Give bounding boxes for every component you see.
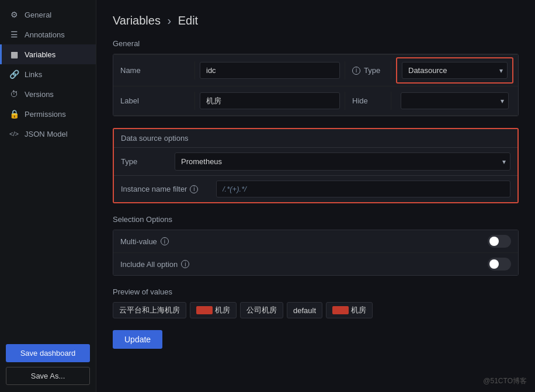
preview-items: 云平台和上海机房 机房 公司机房 default 机房 bbox=[113, 302, 519, 318]
type-select-wrapper: Datasource Query Custom Constant Interva… bbox=[396, 57, 513, 84]
general-icon: ⚙ bbox=[9, 10, 19, 19]
sidebar-item-label: Variables bbox=[25, 50, 55, 59]
sidebar-item-annotations[interactable]: ☰ Annotations bbox=[0, 25, 96, 44]
preview-tag-1: 云平台和上海机房 bbox=[113, 302, 186, 318]
sidebar: ⚙ General ☰ Annotations ▦ Variables 🔗 Li… bbox=[0, 0, 96, 392]
datasource-section-header: Data source options bbox=[114, 129, 517, 148]
redacted-1 bbox=[196, 306, 213, 314]
type-label-cell: i Type bbox=[345, 61, 391, 79]
preview-tag-3: 公司机房 bbox=[240, 302, 283, 318]
preview-tag-2: 机房 bbox=[190, 302, 237, 318]
general-section-label: General bbox=[113, 39, 519, 48]
hide-select-wrapper: Label Variable bbox=[396, 89, 513, 113]
name-label: Name bbox=[113, 61, 195, 79]
hide-label-cell: Hide bbox=[345, 92, 391, 110]
multi-value-label: Multi-value i bbox=[120, 237, 483, 246]
preview-tag-4: default bbox=[287, 302, 322, 318]
preview-label: Preview of values bbox=[113, 287, 519, 296]
type-select-container: Datasource Query Custom Constant Interva… bbox=[402, 62, 508, 79]
sidebar-buttons: Save dashboard Save As... bbox=[0, 337, 96, 392]
sidebar-item-general[interactable]: ⚙ General bbox=[0, 5, 96, 25]
sidebar-item-label: General bbox=[25, 11, 51, 19]
name-input[interactable] bbox=[200, 62, 340, 79]
update-button[interactable]: Update bbox=[113, 330, 162, 349]
selection-section: Selection Options Multi-value i Include … bbox=[113, 215, 519, 276]
page-title: Variables › Edit bbox=[113, 14, 519, 27]
sidebar-item-label: Versions bbox=[25, 90, 54, 99]
hide-select-container: Label Variable bbox=[401, 92, 509, 109]
ds-type-select-wrap: Prometheus Graphite InfluxDB MySQL Postg… bbox=[175, 152, 510, 171]
sidebar-item-label: Permissions bbox=[25, 110, 66, 119]
include-all-label: Include All option i bbox=[120, 260, 483, 269]
sidebar-item-links[interactable]: 🔗 Links bbox=[0, 64, 96, 84]
label-label: Label bbox=[113, 92, 195, 110]
permissions-icon: 🔒 bbox=[9, 109, 19, 119]
selection-table: Multi-value i Include All option i bbox=[113, 230, 519, 276]
include-all-info-icon[interactable]: i bbox=[181, 260, 189, 268]
sidebar-item-permissions[interactable]: 🔒 Permissions bbox=[0, 104, 96, 124]
type-select[interactable]: Datasource Query Custom Constant Interva… bbox=[402, 62, 508, 79]
instance-filter-input[interactable] bbox=[216, 181, 510, 197]
type-info-icon[interactable]: i bbox=[352, 67, 360, 75]
redacted-2 bbox=[332, 306, 349, 314]
variables-icon: ▦ bbox=[9, 50, 19, 59]
sidebar-item-label: Annotations bbox=[25, 30, 65, 39]
links-icon: 🔗 bbox=[9, 70, 19, 79]
preview-section: Preview of values 云平台和上海机房 机房 公司机房 defau… bbox=[113, 287, 519, 318]
label-input[interactable] bbox=[200, 92, 340, 109]
sidebar-item-label: JSON Model bbox=[25, 130, 68, 138]
multi-value-row: Multi-value i bbox=[113, 230, 518, 253]
selection-section-label: Selection Options bbox=[113, 215, 519, 224]
save-as-button[interactable]: Save As... bbox=[6, 367, 90, 385]
label-value-cell bbox=[195, 89, 345, 113]
sidebar-item-variables[interactable]: ▦ Variables bbox=[0, 44, 96, 64]
sidebar-item-json-model[interactable]: </> JSON Model bbox=[0, 124, 96, 144]
include-all-row: Include All option i bbox=[113, 253, 518, 275]
ds-type-select[interactable]: Prometheus Graphite InfluxDB MySQL Postg… bbox=[175, 152, 510, 171]
multi-value-toggle[interactable] bbox=[488, 235, 511, 248]
general-section: General Name i Type Datasource Query bbox=[113, 39, 519, 116]
save-dashboard-button[interactable]: Save dashboard bbox=[6, 344, 90, 362]
preview-tag-5: 机房 bbox=[326, 302, 373, 318]
include-all-toggle[interactable] bbox=[488, 258, 511, 270]
json-icon: </> bbox=[9, 129, 19, 138]
label-hide-row: Label Hide Label Variable bbox=[113, 86, 518, 116]
name-type-row: Name i Type Datasource Query Custom Cons… bbox=[113, 54, 518, 86]
main-content: Variables › Edit General Name i Type bbox=[96, 0, 535, 392]
name-value-cell bbox=[195, 58, 345, 82]
sidebar-item-label: Links bbox=[25, 70, 42, 79]
datasource-section: Data source options Type Prometheus Grap… bbox=[113, 128, 519, 203]
ds-type-label: Type bbox=[121, 157, 168, 166]
multi-value-info-icon[interactable]: i bbox=[161, 237, 169, 245]
annotations-icon: ☰ bbox=[9, 30, 19, 39]
watermark: @51CTO博客 bbox=[483, 376, 527, 386]
instance-filter-row: Instance name filter i bbox=[114, 176, 517, 202]
instance-filter-label: Instance name filter i bbox=[121, 185, 211, 193]
general-table: Name i Type Datasource Query Custom Cons… bbox=[113, 54, 519, 116]
datasource-type-row: Type Prometheus Graphite InfluxDB MySQL … bbox=[114, 148, 517, 176]
hide-select[interactable]: Label Variable bbox=[401, 92, 509, 109]
instance-info-icon[interactable]: i bbox=[190, 185, 198, 193]
versions-icon: ⏱ bbox=[9, 89, 19, 99]
sidebar-item-versions[interactable]: ⏱ Versions bbox=[0, 84, 96, 104]
